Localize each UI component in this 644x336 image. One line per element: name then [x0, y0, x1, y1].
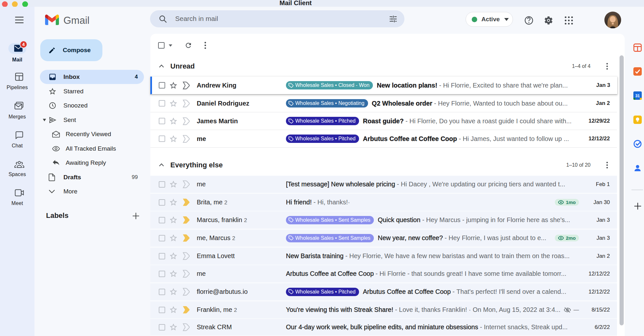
- svg-text:31: 31: [635, 94, 640, 98]
